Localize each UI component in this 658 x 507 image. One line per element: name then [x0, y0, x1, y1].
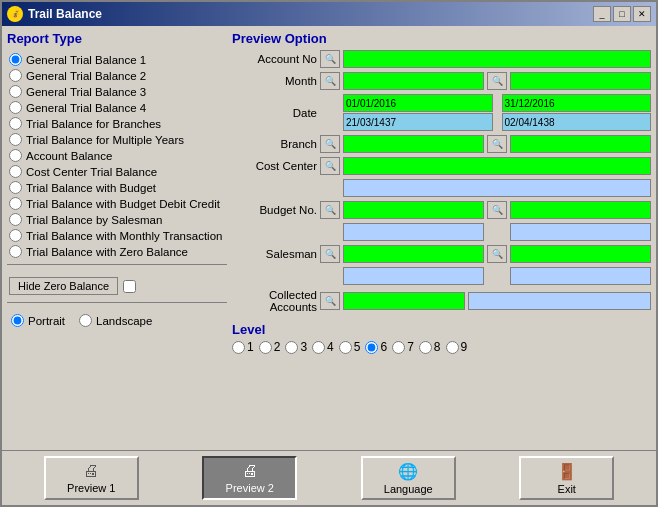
radio-item-2[interactable]: General Trial Balance 2 [7, 68, 227, 83]
branch-to-input[interactable] [510, 135, 651, 153]
portrait-radio[interactable] [11, 314, 24, 327]
maximize-button[interactable]: □ [613, 6, 631, 22]
budget-no-to-input[interactable] [510, 201, 651, 219]
radio-7[interactable] [9, 149, 22, 162]
close-button[interactable]: ✕ [633, 6, 651, 22]
radio-2[interactable] [9, 69, 22, 82]
account-no-search-btn[interactable]: 🔍 [320, 50, 340, 68]
landscape-radio[interactable] [79, 314, 92, 327]
month-search-btn[interactable]: 🔍 [320, 72, 340, 90]
radio-4[interactable] [9, 101, 22, 114]
level-6-label: 6 [380, 340, 387, 354]
radio-item-8[interactable]: Cost Center Trial Balance [7, 164, 227, 179]
language-label: Language [384, 483, 433, 495]
month-to-input[interactable] [510, 72, 651, 90]
salesman-search-btn-2[interactable]: 🔍 [487, 245, 507, 263]
budget-no-search-btn[interactable]: 🔍 [320, 201, 340, 219]
level-3-radio[interactable] [285, 341, 298, 354]
landscape-radio-item[interactable]: Landscape [77, 313, 154, 328]
salesman-to-input[interactable] [510, 245, 651, 263]
budget-no-from-input[interactable] [343, 201, 484, 219]
radio-11[interactable] [9, 213, 22, 226]
level-5-radio[interactable] [339, 341, 352, 354]
date-to-gregorian[interactable]: 31/12/2016 [502, 94, 652, 112]
preview1-label: Preview 1 [67, 482, 115, 494]
radio-9[interactable] [9, 181, 22, 194]
radio-item-11[interactable]: Trial Balance by Salesman [7, 212, 227, 227]
preview1-button[interactable]: 🖨 Preview 1 [44, 456, 139, 500]
radio-item-5[interactable]: Trial Balance for Branches [7, 116, 227, 131]
date-from-gregorian[interactable]: 01/01/2016 [343, 94, 493, 112]
level-8-item[interactable]: 8 [419, 340, 441, 354]
date-from-hijri[interactable]: 21/03/1437 [343, 113, 493, 131]
radio-item-10[interactable]: Trial Balance with Budget Debit Credit [7, 196, 227, 211]
level-6-radio[interactable] [365, 341, 378, 354]
radio-label-9: Trial Balance with Budget [26, 182, 156, 194]
radio-item-7[interactable]: Account Balance [7, 148, 227, 163]
radio-label-6: Trial Balance for Multiple Years [26, 134, 184, 146]
budget-no-2b[interactable] [510, 223, 651, 241]
branch-search-btn-2[interactable]: 🔍 [487, 135, 507, 153]
radio-5[interactable] [9, 117, 22, 130]
salesman-2a[interactable] [343, 267, 484, 285]
collected-accounts-extra[interactable] [468, 292, 651, 310]
month-search-btn-2[interactable]: 🔍 [487, 72, 507, 90]
radio-6[interactable] [9, 133, 22, 146]
language-button[interactable]: 🌐 Language [361, 456, 456, 500]
hide-zero-button[interactable]: Hide Zero Balance [9, 277, 118, 295]
budget-no-2a[interactable] [343, 223, 484, 241]
exit-button[interactable]: 🚪 Exit [519, 456, 614, 500]
collected-accounts-input[interactable] [343, 292, 465, 310]
divider-1 [7, 264, 227, 265]
collected-search-btn[interactable]: 🔍 [320, 292, 340, 310]
account-no-input[interactable] [343, 50, 651, 68]
radio-item-3[interactable]: General Trial Balance 3 [7, 84, 227, 99]
radio-10[interactable] [9, 197, 22, 210]
salesman-from-input[interactable] [343, 245, 484, 263]
cost-center-search-btn[interactable]: 🔍 [320, 157, 340, 175]
radio-item-1[interactable]: General Trial Balance 1 [7, 52, 227, 67]
radio-item-6[interactable]: Trial Balance for Multiple Years [7, 132, 227, 147]
radio-1[interactable] [9, 53, 22, 66]
level-7-radio[interactable] [392, 341, 405, 354]
exit-label: Exit [558, 483, 576, 495]
radio-item-13[interactable]: Trial Balance with Zero Balance [7, 244, 227, 259]
level-2-radio[interactable] [259, 341, 272, 354]
level-3-item[interactable]: 3 [285, 340, 307, 354]
cost-center-input[interactable] [343, 157, 651, 175]
level-1-item[interactable]: 1 [232, 340, 254, 354]
branch-from-input[interactable] [343, 135, 484, 153]
level-8-radio[interactable] [419, 341, 432, 354]
cost-center-input-2[interactable] [343, 179, 651, 197]
preview2-icon: 🖨 [242, 462, 258, 480]
radio-item-4[interactable]: General Trial Balance 4 [7, 100, 227, 115]
level-2-item[interactable]: 2 [259, 340, 281, 354]
radio-item-9[interactable]: Trial Balance with Budget [7, 180, 227, 195]
minimize-button[interactable]: _ [593, 6, 611, 22]
radio-12[interactable] [9, 229, 22, 242]
budget-no-search-btn-2[interactable]: 🔍 [487, 201, 507, 219]
level-9-item[interactable]: 9 [446, 340, 468, 354]
level-4-radio[interactable] [312, 341, 325, 354]
level-6-item[interactable]: 6 [365, 340, 387, 354]
preview2-button[interactable]: 🖨 Preview 2 [202, 456, 297, 500]
month-from-input[interactable] [343, 72, 484, 90]
level-radios: 1 2 3 4 5 [232, 340, 651, 354]
level-1-radio[interactable] [232, 341, 245, 354]
salesman-search-btn[interactable]: 🔍 [320, 245, 340, 263]
radio-13[interactable] [9, 245, 22, 258]
radio-8[interactable] [9, 165, 22, 178]
level-7-item[interactable]: 7 [392, 340, 414, 354]
branch-search-btn[interactable]: 🔍 [320, 135, 340, 153]
hide-zero-checkbox[interactable] [123, 280, 136, 293]
radio-3[interactable] [9, 85, 22, 98]
level-9-radio[interactable] [446, 341, 459, 354]
level-5-item[interactable]: 5 [339, 340, 361, 354]
portrait-radio-item[interactable]: Portrait [9, 313, 67, 328]
radio-label-1: General Trial Balance 1 [26, 54, 146, 66]
radio-label-10: Trial Balance with Budget Debit Credit [26, 198, 220, 210]
radio-item-12[interactable]: Trial Balance with Monthly Transaction [7, 228, 227, 243]
date-to-hijri[interactable]: 02/04/1438 [502, 113, 652, 131]
level-4-item[interactable]: 4 [312, 340, 334, 354]
salesman-2b[interactable] [510, 267, 651, 285]
